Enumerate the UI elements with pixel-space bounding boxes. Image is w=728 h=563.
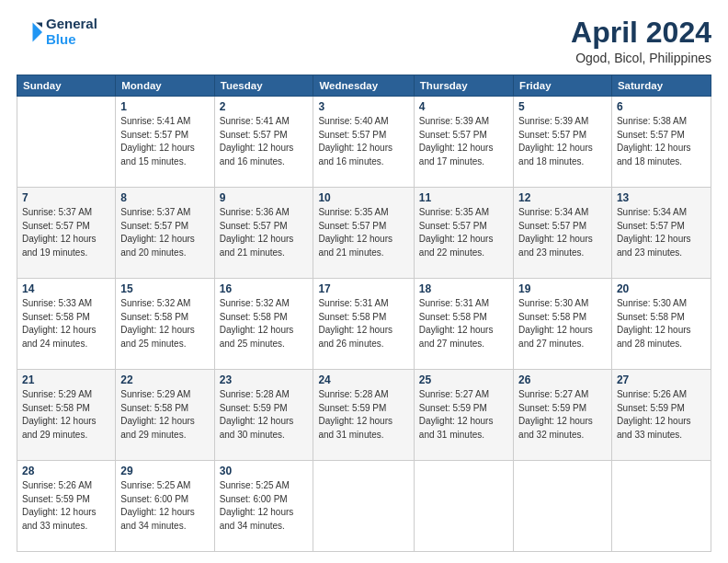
day-cell: 23Sunrise: 5:28 AMSunset: 5:59 PMDayligh… <box>214 370 313 461</box>
day-info: Sunrise: 5:27 AMSunset: 5:59 PMDaylight:… <box>518 388 607 442</box>
day-cell: 15Sunrise: 5:32 AMSunset: 5:58 PMDayligh… <box>116 279 214 370</box>
header: General Blue April 2024 Ogod, Bicol, Phi… <box>17 17 711 65</box>
title-block: April 2024 Ogod, Bicol, Philippines <box>571 17 711 65</box>
day-info: Sunrise: 5:29 AMSunset: 5:58 PMDaylight:… <box>120 388 209 442</box>
day-number: 23 <box>220 373 309 386</box>
day-number: 22 <box>120 373 209 386</box>
day-cell: 6Sunrise: 5:38 AMSunset: 5:57 PMDaylight… <box>611 97 711 188</box>
day-number: 24 <box>318 373 408 386</box>
day-info: Sunrise: 5:25 AMSunset: 6:00 PMDaylight:… <box>120 479 209 533</box>
day-number: 20 <box>617 282 706 295</box>
day-cell: 27Sunrise: 5:26 AMSunset: 5:59 PMDayligh… <box>611 370 711 461</box>
subtitle: Ogod, Bicol, Philippines <box>571 51 711 65</box>
day-cell: 3Sunrise: 5:40 AMSunset: 5:57 PMDaylight… <box>313 97 414 188</box>
day-cell <box>414 461 513 552</box>
day-cell <box>611 461 711 552</box>
day-number: 5 <box>518 100 607 113</box>
logo-line2: Blue <box>46 32 97 48</box>
day-cell: 4Sunrise: 5:39 AMSunset: 5:57 PMDaylight… <box>414 97 513 188</box>
day-number: 14 <box>22 282 110 295</box>
day-cell: 29Sunrise: 5:25 AMSunset: 6:00 PMDayligh… <box>116 461 214 552</box>
header-friday: Friday <box>514 75 612 97</box>
week-row-3: 21Sunrise: 5:29 AMSunset: 5:58 PMDayligh… <box>17 370 711 461</box>
day-number: 1 <box>120 100 209 113</box>
day-number: 21 <box>22 373 110 386</box>
day-cell: 26Sunrise: 5:27 AMSunset: 5:59 PMDayligh… <box>514 370 612 461</box>
main-title: April 2024 <box>571 17 711 49</box>
day-info: Sunrise: 5:28 AMSunset: 5:59 PMDaylight:… <box>220 388 309 442</box>
week-row-0: 1Sunrise: 5:41 AMSunset: 5:57 PMDaylight… <box>17 97 711 188</box>
day-cell: 12Sunrise: 5:34 AMSunset: 5:57 PMDayligh… <box>514 188 612 279</box>
day-info: Sunrise: 5:31 AMSunset: 5:58 PMDaylight:… <box>318 297 408 350</box>
logo-icon <box>17 19 42 45</box>
day-info: Sunrise: 5:26 AMSunset: 5:59 PMDaylight:… <box>22 479 110 533</box>
week-row-2: 14Sunrise: 5:33 AMSunset: 5:58 PMDayligh… <box>17 279 711 370</box>
day-number: 15 <box>120 282 209 295</box>
day-cell <box>313 461 414 552</box>
day-info: Sunrise: 5:35 AMSunset: 5:57 PMDaylight:… <box>419 206 508 259</box>
day-number: 11 <box>419 191 508 204</box>
logo: General Blue <box>17 17 97 47</box>
day-number: 30 <box>220 465 309 477</box>
logo-text: General Blue <box>46 17 97 47</box>
day-info: Sunrise: 5:30 AMSunset: 5:58 PMDaylight:… <box>518 297 607 350</box>
day-info: Sunrise: 5:26 AMSunset: 5:59 PMDaylight:… <box>617 388 706 442</box>
day-cell: 18Sunrise: 5:31 AMSunset: 5:58 PMDayligh… <box>414 279 513 370</box>
day-number: 9 <box>220 191 309 204</box>
day-cell: 16Sunrise: 5:32 AMSunset: 5:58 PMDayligh… <box>214 279 313 370</box>
calendar-header-row: SundayMondayTuesdayWednesdayThursdayFrid… <box>17 75 711 97</box>
day-number: 28 <box>22 465 110 477</box>
day-info: Sunrise: 5:27 AMSunset: 5:59 PMDaylight:… <box>419 388 508 442</box>
day-number: 25 <box>419 373 508 386</box>
day-info: Sunrise: 5:37 AMSunset: 5:57 PMDaylight:… <box>22 206 110 259</box>
day-info: Sunrise: 5:34 AMSunset: 5:57 PMDaylight:… <box>617 206 706 259</box>
day-cell: 30Sunrise: 5:25 AMSunset: 6:00 PMDayligh… <box>214 461 313 552</box>
day-number: 10 <box>318 191 408 204</box>
day-info: Sunrise: 5:41 AMSunset: 5:57 PMDaylight:… <box>220 115 309 168</box>
svg-marker-1 <box>36 22 42 27</box>
day-number: 2 <box>220 100 309 113</box>
day-cell: 2Sunrise: 5:41 AMSunset: 5:57 PMDaylight… <box>214 97 313 188</box>
day-cell: 14Sunrise: 5:33 AMSunset: 5:58 PMDayligh… <box>17 279 116 370</box>
day-cell: 11Sunrise: 5:35 AMSunset: 5:57 PMDayligh… <box>414 188 513 279</box>
header-saturday: Saturday <box>611 75 711 97</box>
day-cell <box>17 97 116 188</box>
day-cell: 1Sunrise: 5:41 AMSunset: 5:57 PMDaylight… <box>116 97 214 188</box>
day-number: 7 <box>22 191 110 204</box>
day-cell: 22Sunrise: 5:29 AMSunset: 5:58 PMDayligh… <box>116 370 214 461</box>
day-cell: 10Sunrise: 5:35 AMSunset: 5:57 PMDayligh… <box>313 188 414 279</box>
header-sunday: Sunday <box>17 75 116 97</box>
day-cell: 20Sunrise: 5:30 AMSunset: 5:58 PMDayligh… <box>611 279 711 370</box>
header-thursday: Thursday <box>414 75 513 97</box>
day-info: Sunrise: 5:38 AMSunset: 5:57 PMDaylight:… <box>617 115 706 168</box>
day-number: 26 <box>518 373 607 386</box>
day-info: Sunrise: 5:40 AMSunset: 5:57 PMDaylight:… <box>318 115 408 168</box>
header-tuesday: Tuesday <box>214 75 313 97</box>
day-info: Sunrise: 5:36 AMSunset: 5:57 PMDaylight:… <box>220 206 309 259</box>
day-info: Sunrise: 5:32 AMSunset: 5:58 PMDaylight:… <box>220 297 309 350</box>
day-number: 17 <box>318 282 408 295</box>
day-number: 3 <box>318 100 408 113</box>
day-cell: 28Sunrise: 5:26 AMSunset: 5:59 PMDayligh… <box>17 461 116 552</box>
day-info: Sunrise: 5:39 AMSunset: 5:57 PMDaylight:… <box>419 115 508 168</box>
day-info: Sunrise: 5:34 AMSunset: 5:57 PMDaylight:… <box>518 206 607 259</box>
day-info: Sunrise: 5:31 AMSunset: 5:58 PMDaylight:… <box>419 297 508 350</box>
day-number: 18 <box>419 282 508 295</box>
day-cell: 13Sunrise: 5:34 AMSunset: 5:57 PMDayligh… <box>611 188 711 279</box>
day-cell <box>514 461 612 552</box>
day-cell: 21Sunrise: 5:29 AMSunset: 5:58 PMDayligh… <box>17 370 116 461</box>
week-row-1: 7Sunrise: 5:37 AMSunset: 5:57 PMDaylight… <box>17 188 711 279</box>
header-wednesday: Wednesday <box>313 75 414 97</box>
day-number: 19 <box>518 282 607 295</box>
day-info: Sunrise: 5:29 AMSunset: 5:58 PMDaylight:… <box>22 388 110 442</box>
day-cell: 25Sunrise: 5:27 AMSunset: 5:59 PMDayligh… <box>414 370 513 461</box>
header-monday: Monday <box>116 75 214 97</box>
day-info: Sunrise: 5:33 AMSunset: 5:58 PMDaylight:… <box>22 297 110 350</box>
day-cell: 9Sunrise: 5:36 AMSunset: 5:57 PMDaylight… <box>214 188 313 279</box>
day-info: Sunrise: 5:39 AMSunset: 5:57 PMDaylight:… <box>518 115 607 168</box>
day-info: Sunrise: 5:35 AMSunset: 5:57 PMDaylight:… <box>318 206 408 259</box>
day-number: 12 <box>518 191 607 204</box>
week-row-4: 28Sunrise: 5:26 AMSunset: 5:59 PMDayligh… <box>17 461 711 552</box>
day-number: 29 <box>120 465 209 477</box>
day-number: 6 <box>617 100 706 113</box>
